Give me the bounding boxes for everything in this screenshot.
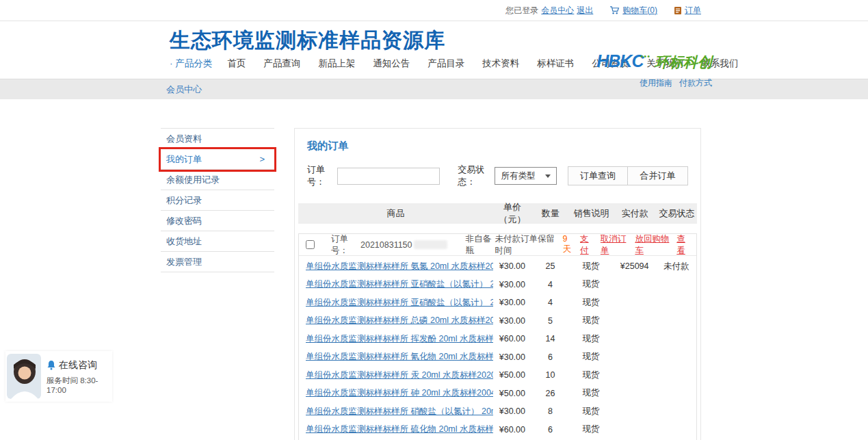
brand-dots-icon: •••	[640, 52, 650, 60]
status-label: 交易状态：	[458, 164, 492, 188]
table-header: 商品 单价（元） 数量 销售说明 实付款 交易状态	[298, 203, 697, 224]
product-sale: 现货	[569, 351, 613, 363]
nav-item[interactable]: 标样证书	[537, 57, 574, 70]
sidebar-item-label: 发票管理	[166, 252, 202, 272]
order-no-input[interactable]	[337, 168, 440, 185]
product-qty: 14	[531, 334, 570, 344]
logged-in-text: 您已登录	[505, 5, 538, 16]
retain-text: 未付款订单保留时间	[495, 233, 560, 257]
product-link[interactable]: 单组份水质监测标样标样所 总磷 20ml 水质标样203997	[306, 315, 493, 325]
order-action-link[interactable]: 取消订单	[601, 233, 629, 257]
member-sidebar: 会员资料 我的订单 > 余额使用记录 积分记录	[161, 128, 274, 272]
bell-icon	[47, 360, 56, 370]
order-action-link[interactable]: 支付	[580, 233, 594, 257]
nav-item[interactable]: 产品目录	[428, 57, 464, 70]
product-qty: 5	[531, 316, 570, 326]
brand-logo: HBKC ••• 环标科创	[596, 51, 712, 72]
product-link[interactable]: 单组份水质监测标样标样所 砷 20ml 水质标样200455	[306, 388, 493, 398]
orders-group[interactable]: 订单	[674, 5, 701, 16]
order-group: 订单号： 20210831150 非自备瓶 未付款订单保留时间 9天 支付 取消…	[298, 233, 697, 440]
product-qty: 6	[531, 425, 570, 435]
product-sale: 现货	[569, 297, 613, 309]
product-sale: 现货	[569, 279, 613, 290]
col-header-status: 交易状态	[657, 207, 697, 220]
nav-right-links: 使用指南 付款方式	[640, 77, 712, 89]
nav-item[interactable]: 通知公告	[373, 57, 410, 70]
orders-link[interactable]: 订单	[685, 5, 701, 16]
product-link[interactable]: 单组份水质监测标样标样所 硫化物 20ml 水质标样205544	[306, 424, 493, 434]
product-price: ¥30.00	[493, 280, 531, 289]
sidebar-item[interactable]: 收货地址	[161, 231, 274, 252]
nav-item[interactable]: 新品上架	[318, 57, 355, 70]
status-select[interactable]: 所有类型	[495, 167, 557, 185]
member-center-link[interactable]: 会员中心	[541, 5, 574, 16]
nav-right-link[interactable]: 使用指南	[640, 77, 672, 89]
sidebar-item-label: 收货地址	[166, 231, 202, 251]
order-action-link[interactable]: 放回购物车	[635, 233, 670, 257]
product-sale: 现货	[569, 261, 613, 272]
table-row: 单组份水质监测标样标样所 硫化物 20ml 水质标样205544 ¥60.00 …	[299, 421, 696, 439]
topbar: 您已登录 会员中心退出 购物车(0) 订单	[0, 0, 868, 21]
main-nav: · 产品分类 首页 产品查询 新品上架 通知公告 产品目录 技术资料 标样证书 …	[170, 57, 868, 70]
product-link[interactable]: 单组份水质监测标样标样所 亚硝酸盐（以氮计） 20ml 水质标样200644	[306, 298, 493, 307]
search-buttons: 订单查询 合并订单	[568, 166, 688, 185]
sidebar-item-label: 修改密码	[166, 211, 202, 231]
col-header-price: 单价（元）	[493, 201, 531, 226]
table-row: 单组份水质监测标样标样所 亚硝酸盐（以氮计） 20ml 水质标样200643 ¥…	[299, 276, 696, 294]
order-icon	[674, 6, 682, 15]
content-area: 会员资料 我的订单 > 余额使用记录 积分记录	[0, 128, 868, 440]
product-sale: 现货	[569, 387, 613, 399]
nav-product-category[interactable]: · 产品分类	[170, 57, 212, 70]
sidebar-item[interactable]: 修改密码	[161, 211, 274, 231]
order-search-row: 订单号： 交易状态： 所有类型 订单查询 合并订单	[295, 164, 700, 200]
order-query-button[interactable]: 订单查询	[568, 166, 628, 185]
retain-days: 9天	[562, 234, 574, 255]
cart-link[interactable]: 购物车(0)	[622, 5, 657, 16]
online-chat-widget[interactable]: 在线咨询 服务时间 8:30-17:00	[5, 351, 112, 402]
product-link[interactable]: 单组份水质监测标样标样所 硝酸盐（以氮计） 20ml 水质标样200850	[306, 406, 493, 416]
product-link[interactable]: 单组份水质监测标样标样所 挥发酚 20ml 水质标样200364	[306, 334, 493, 344]
product-sale: 现货	[569, 370, 613, 381]
product-status: 未付款	[656, 261, 696, 272]
chat-hours: 服务时间 8:30-17:00	[47, 376, 112, 394]
table-row: 单组份水质监测标样标样所 氰化物 20ml 水质标样201757 ¥30.00 …	[299, 348, 696, 367]
nav-item[interactable]: 技术资料	[482, 57, 519, 70]
product-sale: 现货	[569, 333, 613, 345]
order-no-value: 20210831150	[360, 240, 412, 250]
order-checkbox[interactable]	[306, 240, 315, 249]
product-qty: 10	[531, 370, 570, 380]
orders-panel: 我的订单 订单号： 交易状态： 所有类型 订单查询 合并订单 商品 单价（元） …	[294, 128, 701, 440]
product-price: ¥50.00	[493, 370, 531, 380]
breadcrumb[interactable]: 会员中心	[166, 83, 202, 96]
product-sale: 现货	[569, 315, 613, 326]
product-price: ¥60.00	[493, 425, 531, 435]
chat-label: 在线咨询	[59, 359, 97, 372]
nav-item[interactable]: 首页	[227, 57, 246, 70]
sidebar-item[interactable]: 我的订单 >	[161, 149, 274, 170]
logout-link[interactable]: 退出	[577, 5, 593, 16]
product-link[interactable]: 单组份水质监测标样标样所 亚硝酸盐（以氮计） 20ml 水质标样200643	[306, 279, 493, 289]
product-sale: 现货	[569, 406, 613, 417]
product-link[interactable]: 单组份水质监测标样标样所 氨氮 20ml 水质标样2005153	[306, 261, 493, 271]
sidebar-item[interactable]: 余额使用记录	[161, 170, 274, 190]
product-paid: ¥25094	[613, 261, 657, 271]
nav-item[interactable]: 产品查询	[263, 57, 300, 70]
order-actions: 未付款订单保留时间 9天 支付 取消订单 放回购物车 查看	[495, 233, 691, 257]
sidebar-item[interactable]: 发票管理	[161, 252, 274, 272]
chevron-down-icon	[545, 174, 551, 178]
cart-group[interactable]: 购物车(0)	[609, 5, 657, 16]
sidebar-item[interactable]: 会员资料	[161, 129, 274, 149]
sidebar-item[interactable]: 积分记录	[161, 190, 274, 211]
product-link[interactable]: 单组份水质监测标样标样所 汞 20ml 水质标样202051	[306, 370, 493, 380]
product-link[interactable]: 单组份水质监测标样标样所 氰化物 20ml 水质标样201757	[306, 352, 493, 361]
order-no-label: 订单号：	[307, 164, 334, 188]
nav-right-link[interactable]: 付款方式	[679, 77, 712, 89]
product-price: ¥30.00	[493, 298, 531, 307]
product-price: ¥30.00	[493, 352, 531, 362]
order-header-row: 订单号： 20210831150 非自备瓶 未付款订单保留时间 9天 支付 取消…	[299, 234, 696, 256]
col-header-sale: 销售说明	[570, 207, 614, 220]
login-status: 您已登录 会员中心退出	[505, 5, 593, 16]
merge-orders-button[interactable]: 合并订单	[628, 166, 688, 185]
chat-text: 在线咨询 服务时间 8:30-17:00	[47, 359, 112, 394]
order-action-link[interactable]: 查看	[676, 233, 691, 257]
